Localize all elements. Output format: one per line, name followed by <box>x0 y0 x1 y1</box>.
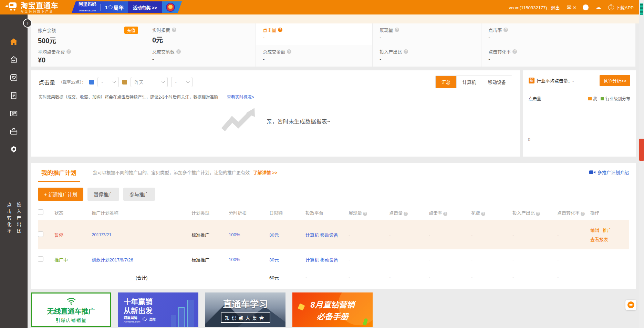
col-cvr: 点击转化率 <box>557 205 590 220</box>
help-icon[interactable] <box>363 212 367 216</box>
stat-value: - <box>380 56 474 62</box>
help-icon[interactable] <box>395 28 399 32</box>
building-deco <box>187 300 194 327</box>
daily-limit-link[interactable]: 30元 <box>269 257 279 262</box>
app-logo[interactable]: 淘宝直通车 阿里妈妈旗下产品 <box>6 2 59 13</box>
scrollbar-marker <box>640 3 643 15</box>
banner-learning[interactable]: 直通车学习 知识点大集合 <box>205 292 285 327</box>
anniversary-promo-banner[interactable]: 阿里妈妈 Alimama.com 1 周年 活动有奖 >> <box>72 1 182 13</box>
sidebar-item-home[interactable] <box>9 37 18 46</box>
pause-campaign-button[interactable]: 暂停推广 <box>87 188 119 201</box>
activity-prize-link[interactable]: 活动有奖 >> <box>128 1 162 13</box>
col-daily-limit: 日限额 <box>269 205 305 220</box>
tab-computer[interactable]: 计算机 <box>456 76 482 88</box>
sidebar-expand-button[interactable]: › <box>23 19 32 28</box>
user-account-logout[interactable]: vcom(1150932177) , 退出 <box>509 4 560 11</box>
sidebar-item-more[interactable] <box>9 145 18 154</box>
competition-analysis-button[interactable]: 竞争分析>> <box>600 75 630 86</box>
banner-ten-year-anniversary[interactable]: 十年赢销从新出发 阿里妈妈Alimama.com 周年 <box>118 292 198 327</box>
help-icon[interactable] <box>583 4 589 10</box>
sidebar-item-tools[interactable] <box>9 127 18 136</box>
sidebar-item-shop[interactable] <box>9 55 18 64</box>
tab-my-campaigns[interactable]: 我的推广计划 <box>38 163 80 182</box>
help-icon[interactable] <box>481 212 485 216</box>
stat-value: 500元 <box>38 35 138 45</box>
series-blue-swatch <box>89 80 94 85</box>
platform-mobile-link[interactable]: 移动设备 <box>320 257 338 262</box>
multi-campaign-intro-link[interactable]: 多推广计划介绍 <box>589 169 629 176</box>
help-icon[interactable] <box>443 212 447 216</box>
customer-service-chat-button[interactable] <box>625 300 636 310</box>
range-select[interactable]: - <box>171 77 193 87</box>
banner-wireless-promotion[interactable]: 无线直通车推广 引爆店铺销量 <box>31 292 111 327</box>
top-cream-strip <box>28 14 644 23</box>
col-type: 计划类型 <box>191 205 229 220</box>
scrollbar-thumb[interactable] <box>639 139 644 161</box>
discount-link[interactable]: 100% <box>229 232 240 237</box>
cell-ctr: - <box>429 249 471 270</box>
col-actions: 操作 <box>590 205 629 220</box>
recharge-button[interactable]: 充值 <box>124 27 138 34</box>
sidebar-item-reports[interactable] <box>9 91 18 100</box>
help-icon[interactable] <box>404 49 408 54</box>
campaign-name-link[interactable]: 测款计划2017/8/7/26 <box>92 257 133 262</box>
stat-impressions[interactable]: 展现量 - <box>373 23 481 45</box>
help-icon[interactable] <box>66 49 71 54</box>
learn-more-link[interactable]: 了解详情 >> <box>253 170 278 175</box>
status-badge: 暂停 <box>54 220 92 249</box>
new-campaign-button[interactable]: + 新建推广计划 <box>38 188 83 201</box>
stat-ctr[interactable]: 点击率 - <box>481 23 636 45</box>
mail-icon: ✉ <box>567 4 572 11</box>
table-header-row: 状态 推广计划名称 计划类型 分时折扣 日限额 投放平台 展现量 点击量 点击率… <box>38 205 629 220</box>
view-realtime-link[interactable]: 查看实时概况> <box>227 95 254 100</box>
tab-summary[interactable]: 汇总 <box>436 76 456 88</box>
sidebar-item-account[interactable] <box>9 109 18 118</box>
report-icon <box>9 91 18 100</box>
join-campaign-button[interactable]: 参与推广 <box>123 188 155 201</box>
page-scrollbar[interactable] <box>639 0 644 328</box>
platform-mobile-link[interactable]: 移动设备 <box>320 232 338 238</box>
help-icon[interactable] <box>278 28 282 32</box>
stat-value: - <box>263 56 365 62</box>
platform-computer-link[interactable]: 计算机 <box>305 257 319 262</box>
discount-link[interactable]: 100% <box>229 257 240 262</box>
date-select[interactable]: 昨天 <box>131 77 168 87</box>
help-icon[interactable] <box>172 28 176 32</box>
sidebar-item-favorites[interactable] <box>9 73 18 82</box>
row-checkbox[interactable] <box>38 256 43 262</box>
row-checkbox[interactable] <box>38 231 43 237</box>
help-icon[interactable] <box>503 28 508 32</box>
help-icon[interactable] <box>512 49 517 54</box>
help-icon[interactable] <box>287 49 291 54</box>
help-icon[interactable] <box>176 49 181 54</box>
compare-metric-select[interactable]: - <box>97 77 119 87</box>
video-icon <box>589 170 595 175</box>
daily-limit-link[interactable]: 30元 <box>269 232 279 238</box>
edit-link[interactable]: 编辑 <box>590 228 599 233</box>
tag-icon <box>9 145 18 154</box>
tab-mobile[interactable]: 移动设备 <box>482 76 512 88</box>
banner-august-handbook[interactable]: 8月直钻营销 必备手册 <box>292 292 373 327</box>
tab-click-conversion-rate[interactable]: 点击转化率 <box>6 202 12 235</box>
cloud-icon[interactable]: ☁ <box>595 4 601 11</box>
help-icon[interactable] <box>536 212 540 216</box>
help-icon[interactable] <box>581 212 585 216</box>
sprout-deco <box>363 318 368 326</box>
tab-roi[interactable]: 投入产出比 <box>15 202 22 235</box>
totals-platform: - <box>305 270 349 285</box>
totals-cvr: - <box>557 270 590 285</box>
promo-banners: 无线直通车推广 引爆店铺销量 十年赢销从新出发 阿里妈妈Alimama.com … <box>31 292 636 327</box>
campaign-name-link[interactable]: 2017/7/21 <box>92 232 112 237</box>
platform-computer-link[interactable]: 计算机 <box>305 232 319 238</box>
promote-link[interactable]: 推广 <box>603 228 612 233</box>
download-app-button[interactable]: 下载APP <box>608 4 634 11</box>
mail-button[interactable]: ✉ 8 <box>567 4 576 11</box>
stat-clicks-selected[interactable]: 点击量 - <box>256 23 373 45</box>
stat-total-orders: 总成交笔数 - <box>145 45 256 67</box>
select-all-checkbox[interactable] <box>38 209 43 215</box>
help-icon[interactable] <box>404 212 408 216</box>
cell-roi: - <box>512 249 557 270</box>
legend-industry-swatch <box>601 97 604 100</box>
view-report-link[interactable]: 查看报表 <box>590 237 608 242</box>
totals-row: (合计) 60元 - - - - - - - <box>38 270 629 285</box>
